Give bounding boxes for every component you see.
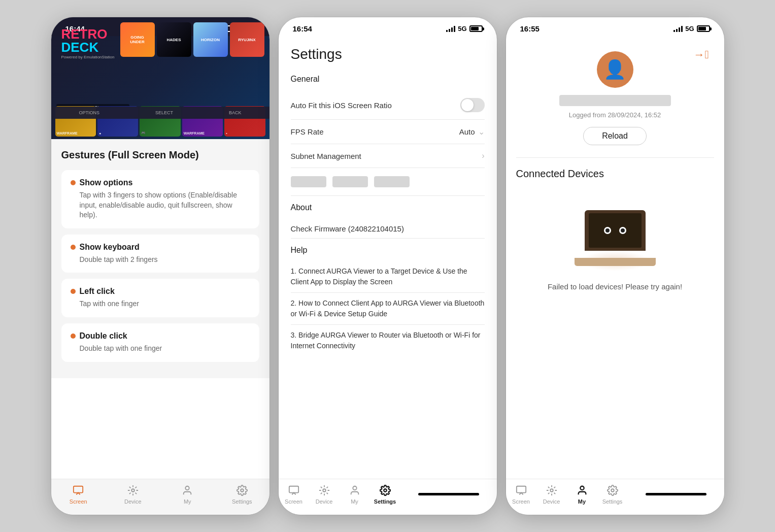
device-icon-2: [318, 484, 330, 496]
tab-my-3[interactable]: My: [567, 484, 597, 505]
reload-button[interactable]: Reload: [583, 127, 647, 145]
username-blurred: [559, 95, 671, 106]
auto-fit-toggle[interactable]: [460, 98, 485, 112]
device-icon-3: [546, 484, 558, 496]
tab-bar-3: Screen Device My Settings: [506, 479, 724, 515]
tab-screen-1[interactable]: Screen: [63, 484, 93, 505]
fps-value-text: Auto: [459, 127, 475, 136]
firmware-label: Check Firmware (240822104015): [291, 224, 404, 233]
avatar-person-icon: 👤: [603, 59, 626, 80]
svg-point-6: [353, 486, 356, 490]
eye-left: [604, 227, 611, 234]
tab-my-label-2: My: [351, 498, 358, 505]
help-item-1: 1. Connect AURGA Viewer to a Target Devi…: [291, 261, 485, 293]
about-section-label: About: [291, 203, 485, 212]
auto-fit-row: Auto Fit this iOS Screen Ratio: [291, 91, 485, 120]
fps-rate-row: FPS Rate Auto ⌄: [291, 120, 485, 144]
deck-text: DECK: [61, 40, 99, 55]
tab-my-2[interactable]: My: [340, 484, 370, 505]
fps-rate-value[interactable]: Auto ⌄: [459, 127, 485, 137]
settings-title: Settings: [291, 46, 485, 62]
settings-icon-2: [379, 484, 391, 496]
fps-chevron-icon: ⌄: [478, 127, 485, 137]
tab-settings-1[interactable]: Settings: [227, 484, 257, 505]
firmware-row[interactable]: Check Firmware (240822104015): [291, 219, 485, 239]
subnet-row[interactable]: Subnet Management ›: [291, 144, 485, 168]
toggle-knob: [461, 99, 474, 111]
tab-screen-label-1: Screen: [70, 498, 87, 505]
tab-settings-label-3: Settings: [602, 498, 623, 505]
tab-my-1[interactable]: My: [172, 484, 203, 505]
tab-settings-2[interactable]: Settings: [370, 484, 400, 505]
laptop-keyboard: [575, 258, 656, 266]
home-indicator-2: [418, 493, 479, 495]
tab-device-1[interactable]: Device: [118, 484, 148, 505]
my-icon-2: [349, 484, 361, 496]
gesture-dot-4: [71, 334, 76, 339]
tab-device-label-2: Device: [316, 498, 333, 505]
pill-3: [374, 176, 410, 187]
battery-icon-2: [469, 25, 483, 32]
subnet-chevron-icon: ›: [482, 151, 484, 160]
gesture-card-double-click: Double click Double tap with one finger: [61, 323, 259, 362]
my-icon-1: [181, 484, 193, 496]
subnet-label: Subnet Management: [291, 152, 361, 160]
nav-back: BACK: [226, 109, 245, 116]
svg-point-1: [131, 489, 134, 492]
tab-bar-1: Screen Device My Settings: [51, 479, 269, 515]
gesture-dot-1: [71, 180, 76, 185]
gesture-show-keyboard-name: Show keyboard: [71, 243, 250, 252]
home-indicator-3: [646, 493, 706, 495]
svg-point-9: [550, 489, 553, 492]
tab-device-3[interactable]: Device: [536, 484, 567, 505]
svg-point-5: [323, 489, 326, 492]
tab-device-2[interactable]: Device: [309, 484, 340, 505]
tab-screen-3[interactable]: Screen: [506, 484, 536, 505]
settings-icon-3: [606, 484, 619, 496]
phone-3-content: →⃞ 👤 Logged from 28/09/2024, 16:52 Reloa…: [506, 36, 724, 313]
nav-options: OPTIONS: [76, 109, 103, 116]
svg-point-11: [611, 489, 614, 492]
retrodeck-logo-text: RETRO DECK: [61, 27, 117, 54]
tab-device-label-3: Device: [543, 498, 560, 505]
pill-1: [291, 176, 326, 187]
gesture-left-click-desc: Tap with one finger: [71, 299, 250, 309]
screen-icon-3: [515, 484, 527, 496]
screens-container: 16:44 ≈ 10:44 ?: [41, 2, 734, 530]
gesture-show-keyboard-desc: Double tap with 2 fingers: [71, 255, 250, 265]
tab-settings-label-1: Settings: [232, 498, 252, 505]
tab-screen-label-2: Screen: [285, 498, 302, 505]
status-bar-3: 16:55 5G: [506, 17, 724, 36]
tab-screen-label-3: Screen: [512, 498, 530, 505]
gestures-title: Gestures (Full Screen Mode): [61, 149, 259, 161]
tab-screen-2[interactable]: Screen: [279, 484, 309, 505]
status-bar-2: 16:54 5G: [279, 17, 497, 36]
laptop-illustration: [575, 205, 656, 271]
phone-3: 16:55 5G →⃞ 👤: [506, 17, 724, 515]
no-devices-area: Failed to load devices! Please try again…: [516, 195, 714, 303]
screen-icon-1: [72, 484, 84, 496]
tab-bar-2: Screen Device My Settings: [279, 479, 497, 515]
tab-device-label-1: Device: [124, 498, 142, 505]
nav-select: SELECT: [152, 109, 176, 116]
avatar: 👤: [597, 51, 633, 88]
logout-icon[interactable]: →⃞: [693, 48, 709, 61]
eye-right: [619, 227, 626, 234]
gesture-show-options-desc: Tap with 3 fingers to show options (Enab…: [71, 190, 250, 220]
gesture-dot-2: [71, 245, 76, 250]
tab-settings-3[interactable]: Settings: [597, 484, 628, 505]
tab-settings-label-2: Settings: [374, 498, 396, 505]
gesture-card-show-keyboard: Show keyboard Double tap with 2 fingers: [61, 235, 259, 273]
failed-text: Failed to load devices! Please try again…: [548, 281, 682, 293]
retrodeck-logo: RETRO DECK Powered by EmulationStation: [61, 27, 117, 59]
settings-icon-1: [236, 484, 248, 496]
svg-point-3: [241, 489, 244, 492]
status-right-3: 5G: [673, 25, 710, 32]
svg-rect-0: [74, 486, 83, 493]
page-indicators: [291, 168, 485, 196]
help-item-3: 3. Bridge AURGA Viewer to Router via Blu…: [291, 325, 485, 356]
gesture-left-click-name: Left click: [71, 287, 250, 296]
logo-sub: Powered by EmulationStation: [61, 55, 117, 59]
screen-icon-2: [288, 484, 300, 496]
5g-label-2: 5G: [458, 25, 466, 32]
